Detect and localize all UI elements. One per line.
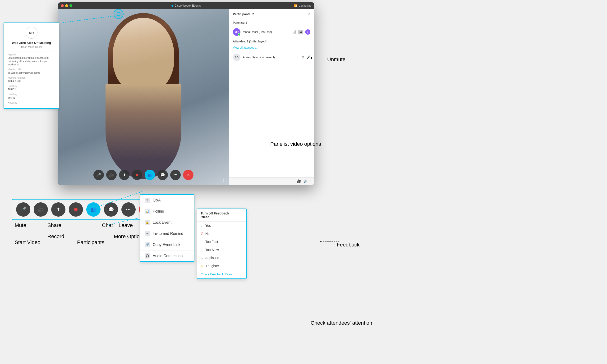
host-key2-label: Host key (8, 93, 55, 96)
video-button[interactable]: 🎥 (34, 202, 48, 217)
meeting-title: Web Zero Kick Off Meeting (8, 41, 55, 45)
menu-item-qa[interactable]: ? Q&A (140, 195, 194, 206)
attendee-row-adrien: AD Adrien Delamico (seeapl) ⚙ 🎤 (229, 52, 314, 63)
audio-icon: 🎧 (145, 253, 150, 259)
fullscreen-icon[interactable]: ⛶ (223, 179, 226, 182)
panelist-row-maria: MR Maria Rossi (Host, me) 📷 g (229, 26, 314, 38)
app-window: Cisco Webex Events 📶 Connected ⛶ 🎤 🎥 ⬆ ⏺… (58, 2, 314, 185)
attendee-name-adrien: Adrien Delamico (seeapl) (243, 56, 299, 59)
invite-icon: ✉ (145, 231, 150, 236)
attendee-section: Attendee: 1 (1 displayed) View all atten… (229, 38, 314, 63)
menu-item-copy-link[interactable]: 🔗 Copy Event Link (140, 239, 194, 250)
mute-button-overlay[interactable]: 🎤 (93, 170, 104, 180)
check-feedback-result[interactable]: Check Feedback Result... (197, 270, 246, 278)
feedback-yes[interactable]: ✓ Yes (197, 221, 246, 230)
record-button[interactable]: ⏺ (69, 202, 83, 217)
avatar-maria: MR (233, 28, 240, 36)
laughter-icon: ☺ (201, 264, 204, 268)
toolbar-box: 🎤 🎥 ⬆ ⏺ 👥 💬 ••• ✕ (12, 199, 158, 220)
speed-icon: ◷ (201, 240, 203, 244)
url-value: go.webex.com/meet/username (8, 71, 55, 75)
meeting-number-value: 123 456 739 (8, 80, 55, 83)
panelist-avatar-icon: g (305, 29, 310, 35)
panel-more-icon[interactable]: f (310, 179, 311, 183)
meeting-number-label: Meeting number (8, 77, 55, 79)
qa-icon: ? (145, 198, 150, 203)
cross-icon: ✗ (201, 232, 203, 235)
chat-button-overlay[interactable]: 💬 (158, 170, 168, 180)
panelist-section-header: Panelist: 1 (229, 19, 314, 26)
feedback-header[interactable]: Turn off Feedback Clear (197, 209, 246, 221)
menu-item-audio[interactable]: 🎧 Audio Connection (140, 250, 194, 261)
more-options-button[interactable]: ••• (121, 202, 136, 217)
fullscreen-window-button[interactable] (69, 4, 72, 7)
mute-button[interactable]: 🎤 (16, 202, 30, 217)
share-button[interactable]: ⬆ (51, 202, 66, 217)
panelist-video-icon[interactable]: 📷 (298, 30, 303, 34)
view-all-attendees-link[interactable]: View all attendees... (229, 45, 314, 52)
leave-button-overlay[interactable]: ✕ (183, 170, 194, 180)
video-circle-indicator (114, 9, 123, 19)
feedback-too-fast[interactable]: ◷ Too Fast (197, 238, 246, 246)
host-key3-label: Host key (8, 102, 55, 104)
feedback-submenu: Turn off Feedback Clear ✓ Yes ✗ No ◷ Too… (197, 208, 247, 279)
close-panel-button[interactable]: × (308, 12, 310, 16)
close-window-button[interactable] (61, 4, 64, 7)
more-button-overlay[interactable]: ••• (170, 170, 181, 180)
speaker-icon[interactable]: 🔊 (304, 179, 307, 183)
connection-icon: 📶 (294, 4, 297, 7)
feedback-applause[interactable]: ◎ Applause (197, 254, 246, 262)
webex-dot-icon (172, 5, 173, 7)
feedback-too-slow[interactable]: ◷ Too Slow (197, 246, 246, 254)
feedback-laughter[interactable]: ☺ Laughter (197, 262, 246, 270)
applause-icon: ◎ (201, 256, 203, 260)
inner-circle (117, 12, 120, 16)
participants-button[interactable]: 👥 (86, 202, 101, 217)
check-icon: ✓ (201, 224, 203, 228)
agenda-value: Lorem ipsum dolor sit amet consectetur a… (8, 56, 55, 66)
host-key-value: 765432 (8, 88, 55, 91)
title-bar: Cisco Webex Events 📶 Connected (58, 2, 314, 9)
record-button-overlay[interactable]: ⏺ (132, 170, 142, 180)
video-control-bar: 🎤 🎥 ⬆ ⏺ 👥 💬 ••• ✕ (93, 170, 194, 180)
host-key-label: Host key (8, 85, 55, 88)
host-key2-value: 765/32 (8, 96, 55, 100)
svg-marker-7 (320, 241, 321, 243)
avatar-adrien: AD (233, 53, 240, 61)
participants-count: Participants: 2 (233, 12, 254, 16)
link-icon: 🔗 (145, 242, 150, 247)
panelist-icons: 📷 g (293, 29, 310, 35)
participants-panel: Participants: 2 × Panelist: 1 MR Maria R… (229, 9, 314, 185)
camera-icon[interactable]: 🎥 (297, 179, 301, 183)
video-feed (94, 18, 193, 179)
meeting-info-card: MR Web Zero Kick Off Meeting Host: Maria… (3, 23, 59, 109)
panel-header: Participants: 2 × (229, 9, 314, 19)
polling-icon: 📊 (145, 209, 150, 214)
lock-icon: 🔒 (145, 220, 150, 225)
more-options-menu: ? Q&A 📊 Polling 🔒 Lock Event ✉ Invite an… (140, 194, 194, 262)
meeting-host: Host: Maria Rossi (8, 46, 55, 48)
minimize-window-button[interactable] (65, 4, 68, 7)
share-button-overlay[interactable]: ⬆ (119, 170, 130, 180)
settings-icon[interactable]: ⚙ (301, 55, 304, 59)
url-label: Meeting URL (8, 68, 55, 71)
card-avatar: MR (26, 27, 38, 39)
slow-icon: ◷ (201, 248, 203, 252)
muted-mic-icon: 🎤 (306, 55, 310, 59)
video-button-overlay[interactable]: 🎥 (106, 170, 117, 180)
participants-button-overlay[interactable]: 👥 (145, 170, 155, 180)
video-area: ⛶ 🎤 🎥 ⬆ ⏺ 👥 💬 ••• ✕ (58, 9, 229, 185)
attendee-icons: ⚙ 🎤 (301, 55, 310, 59)
hair-decoration (108, 13, 179, 96)
menu-item-polling[interactable]: 📊 Polling (140, 206, 194, 217)
chat-button[interactable]: 💬 (104, 202, 118, 217)
attendee-section-header: Attendee: 1 (1 displayed) (229, 38, 314, 45)
connection-status: 📶 Connected (294, 4, 311, 7)
menu-item-invite[interactable]: ✉ Invite and Remind (140, 228, 194, 239)
signal-icon (293, 30, 296, 34)
menu-item-lock[interactable]: 🔒 Lock Event (140, 217, 194, 228)
feedback-no[interactable]: ✗ No (197, 230, 246, 238)
app-title: Cisco Webex Events (172, 4, 201, 7)
panelist-name-maria: Maria Rossi (Host, me) (243, 30, 290, 34)
panel-bottom-bar: 🎥 🔊 f (229, 177, 314, 185)
